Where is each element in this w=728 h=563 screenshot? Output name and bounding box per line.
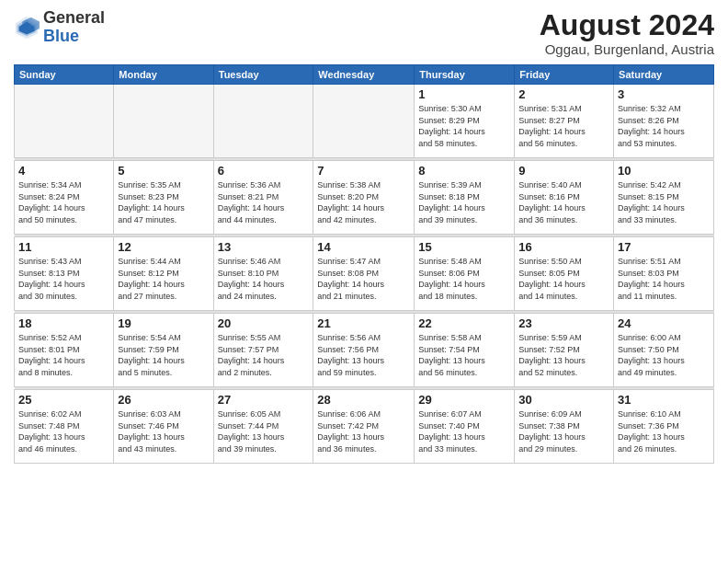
col-thursday: Thursday (415, 65, 515, 85)
logo: General Blue (14, 9, 105, 46)
day-info: Sunrise: 5:34 AM Sunset: 8:24 PM Dayligh… (18, 179, 109, 225)
day-info: Sunrise: 5:47 AM Sunset: 8:08 PM Dayligh… (317, 256, 410, 302)
day-number: 27 (218, 393, 310, 407)
page-header: General Blue August 2024 Oggau, Burgenla… (14, 9, 714, 57)
day-info: Sunrise: 5:52 AM Sunset: 8:01 PM Dayligh… (18, 332, 109, 378)
calendar-week-2: 4Sunrise: 5:34 AM Sunset: 8:24 PM Daylig… (15, 161, 714, 235)
day-number: 17 (618, 240, 710, 254)
col-wednesday: Wednesday (313, 65, 415, 85)
day-info: Sunrise: 5:56 AM Sunset: 7:56 PM Dayligh… (317, 332, 410, 378)
calendar-week-3: 11Sunrise: 5:43 AM Sunset: 8:13 PM Dayli… (15, 237, 714, 311)
calendar-table: Sunday Monday Tuesday Wednesday Thursday… (14, 64, 714, 464)
logo-icon (14, 15, 40, 40)
day-number: 28 (317, 393, 410, 407)
day-info: Sunrise: 5:35 AM Sunset: 8:23 PM Dayligh… (118, 179, 209, 225)
day-info: Sunrise: 5:43 AM Sunset: 8:13 PM Dayligh… (18, 256, 109, 302)
day-number: 12 (118, 240, 209, 254)
calendar-cell: 17Sunrise: 5:51 AM Sunset: 8:03 PM Dayli… (614, 237, 714, 311)
calendar-cell (15, 85, 114, 158)
day-number: 23 (518, 316, 609, 330)
day-info: Sunrise: 5:59 AM Sunset: 7:52 PM Dayligh… (518, 332, 609, 378)
page-title: August 2024 (540, 9, 714, 41)
day-number: 19 (118, 316, 209, 330)
col-tuesday: Tuesday (213, 65, 313, 85)
day-info: Sunrise: 5:36 AM Sunset: 8:21 PM Dayligh… (218, 179, 310, 225)
calendar-cell: 9Sunrise: 5:40 AM Sunset: 8:16 PM Daylig… (515, 161, 614, 235)
day-number: 26 (118, 393, 209, 407)
day-info: Sunrise: 6:10 AM Sunset: 7:36 PM Dayligh… (618, 408, 710, 454)
calendar-cell: 4Sunrise: 5:34 AM Sunset: 8:24 PM Daylig… (15, 161, 114, 235)
day-info: Sunrise: 5:58 AM Sunset: 7:54 PM Dayligh… (418, 332, 510, 378)
day-info: Sunrise: 6:07 AM Sunset: 7:40 PM Dayligh… (418, 408, 510, 454)
day-info: Sunrise: 6:00 AM Sunset: 7:50 PM Dayligh… (618, 332, 710, 378)
calendar-cell: 19Sunrise: 5:54 AM Sunset: 7:59 PM Dayli… (114, 314, 213, 387)
calendar-cell: 2Sunrise: 5:31 AM Sunset: 8:27 PM Daylig… (515, 85, 614, 158)
day-info: Sunrise: 5:31 AM Sunset: 8:27 PM Dayligh… (518, 103, 609, 149)
calendar-cell: 23Sunrise: 5:59 AM Sunset: 7:52 PM Dayli… (515, 314, 614, 387)
day-info: Sunrise: 5:51 AM Sunset: 8:03 PM Dayligh… (618, 256, 710, 302)
day-number: 9 (518, 164, 609, 178)
day-info: Sunrise: 6:02 AM Sunset: 7:48 PM Dayligh… (18, 408, 109, 454)
calendar-cell: 10Sunrise: 5:42 AM Sunset: 8:15 PM Dayli… (614, 161, 714, 235)
calendar-header-row: Sunday Monday Tuesday Wednesday Thursday… (15, 65, 714, 85)
calendar-cell: 12Sunrise: 5:44 AM Sunset: 8:12 PM Dayli… (114, 237, 213, 311)
day-number: 15 (418, 240, 510, 254)
col-saturday: Saturday (614, 65, 714, 85)
calendar-week-5: 25Sunrise: 6:02 AM Sunset: 7:48 PM Dayli… (15, 390, 714, 464)
day-number: 13 (218, 240, 310, 254)
title-block: August 2024 Oggau, Burgenland, Austria (540, 9, 714, 57)
calendar-cell: 6Sunrise: 5:36 AM Sunset: 8:21 PM Daylig… (213, 161, 313, 235)
calendar-cell (313, 85, 415, 158)
day-number: 24 (618, 316, 710, 330)
calendar-cell: 31Sunrise: 6:10 AM Sunset: 7:36 PM Dayli… (614, 390, 714, 464)
calendar-cell: 3Sunrise: 5:32 AM Sunset: 8:26 PM Daylig… (614, 85, 714, 158)
calendar-cell: 25Sunrise: 6:02 AM Sunset: 7:48 PM Dayli… (15, 390, 114, 464)
col-monday: Monday (114, 65, 213, 85)
calendar-cell: 24Sunrise: 6:00 AM Sunset: 7:50 PM Dayli… (614, 314, 714, 387)
day-number: 16 (518, 240, 609, 254)
day-info: Sunrise: 5:46 AM Sunset: 8:10 PM Dayligh… (218, 256, 310, 302)
calendar-cell: 1Sunrise: 5:30 AM Sunset: 8:29 PM Daylig… (415, 85, 515, 158)
day-info: Sunrise: 5:32 AM Sunset: 8:26 PM Dayligh… (618, 103, 710, 149)
calendar-cell: 11Sunrise: 5:43 AM Sunset: 8:13 PM Dayli… (15, 237, 114, 311)
calendar-cell: 16Sunrise: 5:50 AM Sunset: 8:05 PM Dayli… (515, 237, 614, 311)
calendar-cell: 18Sunrise: 5:52 AM Sunset: 8:01 PM Dayli… (15, 314, 114, 387)
day-number: 25 (18, 393, 109, 407)
day-info: Sunrise: 5:48 AM Sunset: 8:06 PM Dayligh… (418, 256, 510, 302)
day-info: Sunrise: 5:38 AM Sunset: 8:20 PM Dayligh… (317, 179, 410, 225)
calendar-cell: 29Sunrise: 6:07 AM Sunset: 7:40 PM Dayli… (415, 390, 515, 464)
day-info: Sunrise: 5:30 AM Sunset: 8:29 PM Dayligh… (418, 103, 510, 149)
day-info: Sunrise: 5:44 AM Sunset: 8:12 PM Dayligh… (118, 256, 209, 302)
calendar-cell: 7Sunrise: 5:38 AM Sunset: 8:20 PM Daylig… (313, 161, 415, 235)
day-number: 6 (218, 164, 310, 178)
calendar-cell: 27Sunrise: 6:05 AM Sunset: 7:44 PM Dayli… (213, 390, 313, 464)
calendar-week-1: 1Sunrise: 5:30 AM Sunset: 8:29 PM Daylig… (15, 85, 714, 158)
day-info: Sunrise: 6:05 AM Sunset: 7:44 PM Dayligh… (218, 408, 310, 454)
calendar-cell (114, 85, 213, 158)
calendar-cell (213, 85, 313, 158)
day-number: 5 (118, 164, 209, 178)
calendar-cell: 26Sunrise: 6:03 AM Sunset: 7:46 PM Dayli… (114, 390, 213, 464)
day-number: 11 (18, 240, 109, 254)
calendar-cell: 20Sunrise: 5:55 AM Sunset: 7:57 PM Dayli… (213, 314, 313, 387)
day-number: 22 (418, 316, 510, 330)
logo-general-text: General (43, 8, 105, 27)
day-number: 18 (18, 316, 109, 330)
logo-blue-text: Blue (43, 27, 79, 45)
day-number: 20 (218, 316, 310, 330)
page-subtitle: Oggau, Burgenland, Austria (540, 41, 714, 57)
calendar-page: General Blue August 2024 Oggau, Burgenla… (0, 0, 728, 563)
calendar-cell: 28Sunrise: 6:06 AM Sunset: 7:42 PM Dayli… (313, 390, 415, 464)
day-info: Sunrise: 6:06 AM Sunset: 7:42 PM Dayligh… (317, 408, 410, 454)
calendar-cell: 8Sunrise: 5:39 AM Sunset: 8:18 PM Daylig… (415, 161, 515, 235)
day-number: 29 (418, 393, 510, 407)
calendar-cell: 13Sunrise: 5:46 AM Sunset: 8:10 PM Dayli… (213, 237, 313, 311)
calendar-cell: 30Sunrise: 6:09 AM Sunset: 7:38 PM Dayli… (515, 390, 614, 464)
day-number: 8 (418, 164, 510, 178)
day-info: Sunrise: 5:54 AM Sunset: 7:59 PM Dayligh… (118, 332, 209, 378)
day-info: Sunrise: 5:42 AM Sunset: 8:15 PM Dayligh… (618, 179, 710, 225)
calendar-cell: 21Sunrise: 5:56 AM Sunset: 7:56 PM Dayli… (313, 314, 415, 387)
day-info: Sunrise: 6:09 AM Sunset: 7:38 PM Dayligh… (518, 408, 609, 454)
col-friday: Friday (515, 65, 614, 85)
day-info: Sunrise: 5:40 AM Sunset: 8:16 PM Dayligh… (518, 179, 609, 225)
